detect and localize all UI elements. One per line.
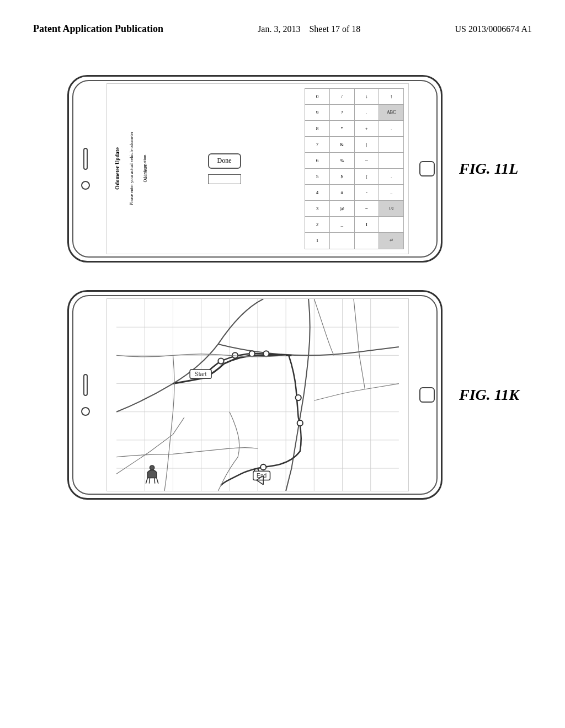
kb-row-7: 3 @ = 1/2 xyxy=(305,201,403,217)
svg-point-28 xyxy=(150,465,154,470)
kb-row-3: 7 & | xyxy=(305,137,403,153)
keyboard: 0 / ↓ ↑ 9 ? . ABC xyxy=(305,88,404,249)
map-screen: Start End xyxy=(106,298,409,491)
kb-key-dot3[interactable]: . xyxy=(379,169,403,184)
phone-11K: Start End xyxy=(67,290,443,500)
kb-key-dot2[interactable]: . xyxy=(379,121,403,136)
kb-key-dotdot[interactable]: .. xyxy=(379,185,403,200)
kb-key-5[interactable]: 5 xyxy=(305,169,330,184)
kb-key-9[interactable]: 9 xyxy=(305,105,330,120)
kb-key-empty2 xyxy=(379,153,403,168)
kb-key-6[interactable]: 6 xyxy=(305,153,330,168)
kb-key-empty1 xyxy=(379,137,403,152)
svg-line-31 xyxy=(149,478,150,483)
phone2-speaker xyxy=(83,374,88,396)
kb-key-q[interactable]: ? xyxy=(330,105,355,120)
main-content: Odometer Update Please enter your actual… xyxy=(0,47,565,527)
done-button[interactable]: Done xyxy=(208,153,241,169)
kb-key-1[interactable]: 1 xyxy=(305,233,330,248)
kb-key-dash[interactable]: - xyxy=(355,185,380,200)
home-button[interactable] xyxy=(419,161,435,176)
kb-row-9: 1 ⏎ xyxy=(305,233,403,248)
svg-point-16 xyxy=(218,358,223,363)
kb-key-tilde[interactable]: ~ xyxy=(355,153,380,168)
phone2-right-controls xyxy=(413,387,441,403)
kb-key-paren[interactable]: ( xyxy=(355,169,380,184)
kb-key-down[interactable]: ↓ xyxy=(355,89,380,104)
phone2-camera xyxy=(81,407,90,416)
phone2-left-controls xyxy=(69,292,102,498)
kb-key-4[interactable]: 4 xyxy=(305,185,330,200)
kb-key-at[interactable]: @ xyxy=(330,201,355,216)
kb-key-8[interactable]: 8 xyxy=(305,121,330,136)
svg-point-18 xyxy=(249,351,255,356)
middle-area: Done xyxy=(153,88,296,249)
screen-content: Odometer Update Please enter your actual… xyxy=(107,84,408,254)
kb-key-star[interactable]: * xyxy=(330,121,355,136)
svg-point-19 xyxy=(263,351,269,356)
svg-line-32 xyxy=(154,478,155,483)
phone-camera xyxy=(81,181,90,190)
title-column: Odometer Update xyxy=(111,88,122,249)
phone-left-controls xyxy=(69,77,102,261)
odometer-field-label: Odometer: xyxy=(143,163,148,182)
screen-title: Odometer Update xyxy=(114,147,120,190)
phone-speaker xyxy=(83,148,88,170)
kb-row-8: 2 _ I xyxy=(305,217,403,233)
svg-point-17 xyxy=(232,352,238,358)
kb-row-5: 5 $ ( . xyxy=(305,169,403,185)
kb-key-amp[interactable]: & xyxy=(330,137,355,152)
kb-key-dollar[interactable]: $ xyxy=(330,169,355,184)
figure-label-11L: FIG. 11L xyxy=(459,160,518,178)
header-center-info: Jan. 3, 2013 Sheet 17 of 18 xyxy=(258,22,360,36)
kb-key-pct[interactable]: % xyxy=(330,153,355,168)
kb-key-half[interactable]: 1/2 xyxy=(379,201,403,216)
kb-row-4: 6 % ~ xyxy=(305,153,403,169)
kb-key-pipe[interactable]: | xyxy=(355,137,380,152)
figure-label-11K: FIG. 11K xyxy=(459,386,519,404)
patent-number: US 2013/0006674 A1 xyxy=(455,22,532,36)
kb-key-7[interactable]: 7 xyxy=(305,137,330,152)
kb-key-2[interactable]: 2 xyxy=(305,217,330,232)
phone-right-controls xyxy=(413,161,441,176)
kb-key-empty3 xyxy=(379,217,403,232)
page-header: Patent Application Publication Jan. 3, 2… xyxy=(0,0,565,47)
kb-key-space1[interactable] xyxy=(330,233,355,248)
svg-point-20 xyxy=(296,395,301,400)
publication-title: Patent Application Publication xyxy=(33,22,163,36)
kb-key-under[interactable]: _ xyxy=(330,217,355,232)
odometer-col: information. Odometer: xyxy=(141,88,150,249)
phone-11L: Odometer Update Please enter your actual… xyxy=(67,75,443,263)
odometer-input[interactable] xyxy=(208,174,241,184)
kb-key-3[interactable]: 3 xyxy=(305,201,330,216)
kb-key-abc[interactable]: ABC xyxy=(379,105,403,120)
kb-key-0[interactable]: 0 xyxy=(305,89,330,104)
map-svg: Start End xyxy=(107,299,408,491)
home-button-2[interactable] xyxy=(419,387,435,403)
kb-row-6: 4 # - .. xyxy=(305,185,403,201)
kb-key-hash[interactable]: # xyxy=(330,185,355,200)
figure-11K-section: Start End xyxy=(45,290,520,500)
kb-key-enter[interactable]: ⏎ xyxy=(379,233,403,248)
prompt-column: Please enter your actual vehicle odomete… xyxy=(127,88,137,249)
kb-key-up[interactable]: ↑ xyxy=(379,89,403,104)
svg-line-29 xyxy=(146,478,147,483)
kb-key-equals[interactable]: = xyxy=(355,201,380,216)
kb-key-space2[interactable] xyxy=(355,233,380,248)
kb-row-1: 9 ? . ABC xyxy=(305,105,403,121)
svg-text:Start: Start xyxy=(195,371,207,377)
kb-row-2: 8 * + . xyxy=(305,121,403,137)
svg-point-22 xyxy=(260,464,266,469)
kb-key-plus[interactable]: + xyxy=(355,121,380,136)
phone-screen: Odometer Update Please enter your actual… xyxy=(106,83,409,254)
kb-key-dot1[interactable]: . xyxy=(355,105,380,120)
svg-point-21 xyxy=(297,420,303,426)
figure-11L-section: Odometer Update Please enter your actual… xyxy=(45,75,520,263)
svg-line-30 xyxy=(157,478,158,483)
kb-key-slash[interactable]: / xyxy=(330,89,355,104)
prompt-text: Please enter your actual vehicle odomete… xyxy=(130,132,135,206)
kb-key-I[interactable]: I xyxy=(355,217,380,232)
svg-text:End: End xyxy=(257,473,266,479)
kb-row-0: 0 / ↓ ↑ xyxy=(305,89,403,105)
